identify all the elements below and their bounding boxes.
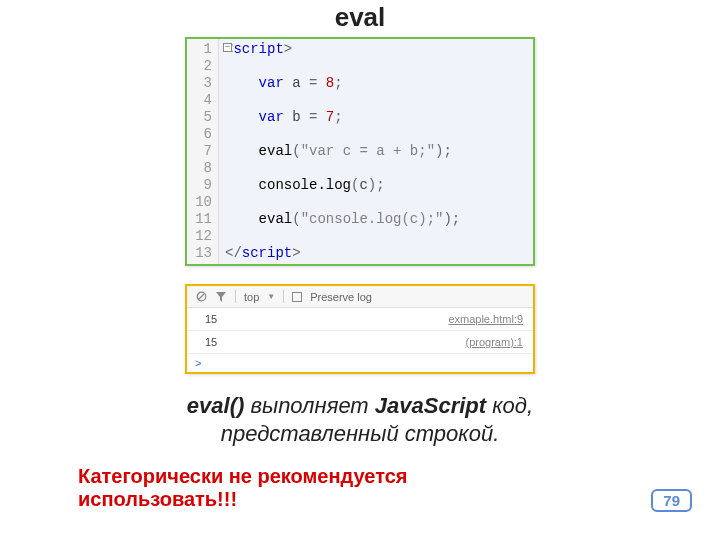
code-line: console.log(c); <box>225 177 527 194</box>
line-number: 3 <box>191 75 212 92</box>
desc-js: JavaScript <box>375 393 486 418</box>
code-line <box>225 126 527 143</box>
console-log-row: 15exmaple.html:9 <box>187 308 533 331</box>
line-number: 12 <box>191 228 212 245</box>
toolbar-separator <box>283 290 284 303</box>
line-number: 11 <box>191 211 212 228</box>
code-line <box>225 92 527 109</box>
code-line: −<script> <box>225 41 527 58</box>
code-line <box>225 194 527 211</box>
desc-text: выполняет <box>244 393 374 418</box>
console-value: 15 <box>205 313 217 325</box>
desc-eval: eval() <box>187 393 244 418</box>
slide-title: eval <box>0 2 720 33</box>
code-line: var b = 7; <box>225 109 527 126</box>
code-line <box>225 228 527 245</box>
line-number: 1 <box>191 41 212 58</box>
code-line: var a = 8; <box>225 75 527 92</box>
line-number: 9 <box>191 177 212 194</box>
console-toolbar: top ▼ Preserve log <box>187 286 533 308</box>
line-number: 8 <box>191 160 212 177</box>
line-number: 7 <box>191 143 212 160</box>
warning-line: Категорически не рекомендуется <box>78 465 578 488</box>
preserve-log-checkbox[interactable] <box>292 292 302 302</box>
console-prompt[interactable]: > <box>187 354 533 372</box>
toolbar-separator <box>235 290 236 303</box>
code-line <box>225 58 527 75</box>
line-number: 5 <box>191 109 212 126</box>
dropdown-icon: ▼ <box>267 292 275 301</box>
console-value: 15 <box>205 336 217 348</box>
page-number-badge: 79 <box>651 489 692 512</box>
clear-icon <box>195 291 207 303</box>
line-number: 4 <box>191 92 212 109</box>
warning-line: использовать!!! <box>78 488 578 511</box>
console-source-link[interactable]: exmaple.html:9 <box>448 313 523 325</box>
desc-text: код, <box>486 393 533 418</box>
line-number: 10 <box>191 194 212 211</box>
code-line: </script> <box>225 245 527 262</box>
svg-line-1 <box>198 294 204 300</box>
filter-icon <box>215 291 227 303</box>
code-editor: 12345678910111213 −<script> var a = 8; v… <box>185 37 535 266</box>
code-area: −<script> var a = 8; var b = 7; eval("va… <box>219 39 533 264</box>
line-number: 2 <box>191 58 212 75</box>
line-number: 6 <box>191 126 212 143</box>
description: eval() выполняет JavaScript код, предста… <box>0 392 720 447</box>
preserve-log-label: Preserve log <box>310 291 372 303</box>
line-number: 13 <box>191 245 212 262</box>
code-line: eval("var c = a + b;"); <box>225 143 527 160</box>
code-gutter: 12345678910111213 <box>187 39 219 264</box>
desc-line2: представленный строкой. <box>0 420 720 448</box>
console-source-link[interactable]: (program):1 <box>466 336 523 348</box>
code-line: eval("console.log(c);"); <box>225 211 527 228</box>
devtools-console: top ▼ Preserve log 15exmaple.html:915(pr… <box>185 284 535 374</box>
context-top-label: top <box>244 291 259 303</box>
warning-text: Категорически не рекомендуется использов… <box>78 465 578 511</box>
code-line <box>225 160 527 177</box>
console-log-row: 15(program):1 <box>187 331 533 354</box>
